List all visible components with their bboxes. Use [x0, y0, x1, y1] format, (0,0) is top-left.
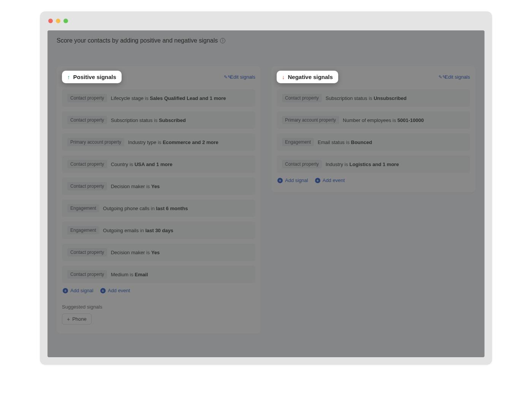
add-negative-event-button[interactable]: + Add event: [315, 177, 345, 183]
negative-panel-header: ↓ Negative signals ✎ Edit signals: [277, 71, 470, 83]
signal-columns: ↑ Positive signals ✎ Edit signals Contac…: [48, 51, 484, 341]
signal-category-chip: Engagement: [282, 138, 314, 146]
positive-panel: ↑ Positive signals ✎ Edit signals Contac…: [57, 66, 261, 334]
plus-circle-icon: +: [277, 178, 283, 183]
signal-value: Subscribed: [159, 117, 186, 123]
signal-category-chip: Primary account property: [282, 116, 339, 124]
signal-description: Subscription status is Unsubscribed: [326, 95, 407, 101]
signal-description: Lifecycle stage is Sales Qualified Lead …: [111, 95, 226, 101]
page-header: Score your contacts by adding positive a…: [48, 30, 484, 51]
signal-field: Email status: [318, 139, 345, 145]
signal-description: Number of employees is 5001-10000: [343, 117, 424, 123]
signal-description: Country is USA and 1 more: [111, 162, 173, 167]
signal-row[interactable]: Primary account propertyIndustry type is…: [62, 133, 255, 151]
minimize-window-icon[interactable]: [56, 19, 60, 23]
signal-field: Decision maker: [111, 250, 145, 255]
signal-field: Country: [111, 162, 128, 167]
pencil-icon: ✎: [439, 75, 443, 79]
add-event-label: Add event: [108, 288, 130, 293]
plus-circle-icon: +: [315, 178, 320, 183]
info-icon[interactable]: i: [220, 38, 225, 43]
negative-panel: ↓ Negative signals ✎ Edit signals Contac…: [271, 66, 475, 192]
signal-category-chip: Engagement: [67, 204, 99, 212]
signal-description: Subscription status is Subscribed: [111, 117, 186, 123]
signal-row[interactable]: EngagementOutgoing phone calls in last 6…: [62, 200, 255, 217]
signal-row[interactable]: Contact propertyDecision maker is Yes: [62, 177, 255, 195]
signal-category-chip: Contact property: [67, 94, 107, 102]
signal-row[interactable]: Contact propertyCountry is USA and 1 mor…: [62, 155, 255, 173]
signal-field: Subscription status: [326, 95, 367, 101]
signal-value: last 6 months: [156, 206, 188, 211]
signal-connector: is: [346, 139, 351, 145]
signal-description: Medium is Email: [111, 272, 148, 277]
signal-category-chip: Contact property: [282, 160, 322, 168]
signal-row[interactable]: Contact propertySubscription status is S…: [62, 111, 255, 129]
signal-row[interactable]: Contact propertyLifecycle stage is Sales…: [62, 89, 255, 107]
signal-row[interactable]: EngagementOutgoing emails in last 30 day…: [62, 222, 255, 239]
signal-field: Medium: [111, 272, 128, 277]
signal-connector: is: [158, 139, 163, 145]
signal-row[interactable]: Contact propertySubscription status is U…: [277, 89, 470, 107]
signal-category-chip: Engagement: [67, 226, 99, 234]
signal-row[interactable]: Contact propertyDecision maker is Yes: [62, 244, 255, 261]
add-event-label: Add event: [323, 177, 345, 183]
signal-category-chip: Contact property: [67, 270, 107, 279]
signal-value: Ecommerce and 2 more: [163, 139, 218, 145]
add-negative-signal-button[interactable]: + Add signal: [277, 177, 308, 183]
add-positive-event-button[interactable]: + Add event: [100, 288, 130, 293]
edit-positive-signals-button[interactable]: ✎ Edit signals: [224, 74, 255, 80]
signal-field: Number of employees: [343, 117, 391, 123]
signal-field: Lifecycle stage: [111, 95, 144, 101]
signal-category-chip: Contact property: [282, 94, 322, 102]
add-positive-signal-button[interactable]: + Add signal: [63, 288, 93, 293]
signal-description: Industry is Logistics and 1 more: [326, 162, 399, 167]
signal-value: Sales Qualified Lead and 1 more: [150, 95, 226, 101]
signal-value: Yes: [151, 250, 160, 255]
signal-connector: in: [140, 228, 146, 233]
signal-description: Outgoing emails in last 30 days: [103, 228, 173, 233]
signal-connector: is: [369, 95, 374, 101]
edit-negative-signals-button[interactable]: ✎ Edit signals: [439, 74, 470, 80]
positive-title-text: Positive signals: [73, 74, 116, 80]
signal-value: Email: [135, 272, 148, 277]
signal-description: Email status is Bounced: [318, 139, 372, 145]
negative-signal-list: Contact propertySubscription status is U…: [277, 89, 470, 173]
signal-row[interactable]: Contact propertyMedium is Email: [62, 266, 255, 283]
positive-panel-header: ↑ Positive signals ✎ Edit signals: [62, 71, 255, 83]
maximize-window-icon[interactable]: [63, 19, 68, 23]
signal-value: last 30 days: [145, 228, 173, 233]
negative-title-text: Negative signals: [288, 74, 333, 80]
signal-field: Subscription status: [111, 117, 153, 123]
arrow-down-icon: ↓: [282, 74, 285, 80]
signal-connector: is: [146, 184, 151, 189]
suggested-chip-label: Phone: [72, 316, 87, 322]
suggested-signals-title: Suggested signals: [62, 304, 255, 310]
signal-row[interactable]: Contact propertyIndustry is Logistics an…: [277, 155, 470, 173]
signal-connector: in: [151, 206, 156, 211]
signal-row[interactable]: EngagementEmail status is Bounced: [277, 133, 470, 151]
stage: Score your contacts by adding positive a…: [0, 0, 532, 418]
signal-connector: is: [345, 162, 350, 167]
signal-connector: is: [130, 162, 135, 167]
add-signal-label: Add signal: [70, 288, 93, 293]
window-titlebar: [40, 11, 492, 30]
edit-negative-label: Edit signals: [445, 74, 470, 80]
signal-category-chip: Contact property: [67, 116, 107, 124]
signal-description: Decision maker is Yes: [111, 250, 160, 255]
close-window-icon[interactable]: [48, 19, 53, 23]
pencil-icon: ✎: [224, 75, 228, 79]
app-area: Score your contacts by adding positive a…: [48, 30, 484, 357]
add-signal-label: Add signal: [285, 177, 308, 183]
signal-category-chip: Contact property: [67, 182, 107, 190]
plus-icon: +: [67, 317, 70, 322]
signal-description: Industry type is Ecommerce and 2 more: [128, 139, 218, 145]
plus-circle-icon: +: [100, 288, 106, 293]
signal-value: Unsubscribed: [374, 95, 407, 101]
page-title: Score your contacts by adding positive a…: [57, 37, 218, 44]
signal-category-chip: Primary account property: [67, 138, 124, 146]
signal-connector: is: [393, 117, 397, 123]
signal-connector: is: [130, 272, 135, 277]
window-frame: Score your contacts by adding positive a…: [40, 11, 492, 365]
signal-row[interactable]: Primary account propertyNumber of employ…: [277, 111, 470, 129]
suggested-signal-chip[interactable]: + Phone: [62, 314, 92, 325]
